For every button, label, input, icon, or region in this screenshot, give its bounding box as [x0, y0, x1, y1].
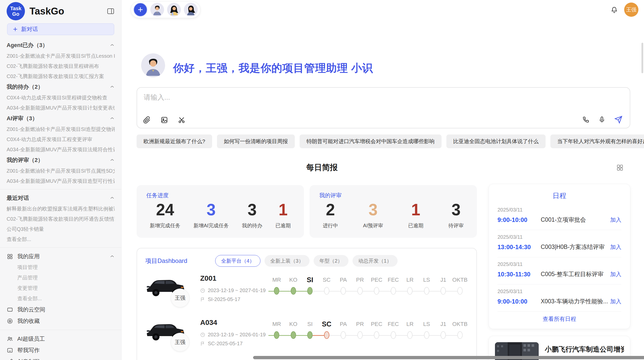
news-title: 小鹏飞行汽车制造公司增资	[545, 345, 624, 354]
paperclip-icon[interactable]	[143, 116, 151, 124]
milestone-label-si: SI	[302, 320, 318, 329]
filter-new-platform[interactable]: 全新平台（4）	[215, 255, 260, 267]
agent-avatar-1[interactable]	[150, 3, 164, 17]
filter-new-body[interactable]: 全新上装（3）	[265, 255, 310, 267]
sidebar-apps-view-all[interactable]: 查看全部...	[7, 293, 115, 304]
event-join-link[interactable]: 加入	[610, 216, 621, 224]
milestone-label-sc: SC	[318, 275, 335, 284]
chevron-up-icon	[110, 254, 115, 259]
send-icon[interactable]	[614, 115, 623, 124]
section-my-review[interactable]: 我的评审（2）	[7, 155, 115, 166]
milestone-label-mr: MR	[268, 275, 285, 284]
milestone-dot-lr	[407, 287, 413, 295]
flag-icon	[200, 341, 205, 346]
sidebar-item-favorites[interactable]: 我的收藏	[7, 315, 115, 327]
agent-avatar-3[interactable]	[184, 3, 198, 17]
phone-icon[interactable]	[582, 116, 590, 123]
chat-composer[interactable]: 请输入...	[137, 87, 630, 128]
user-avatar[interactable]: 王强	[624, 3, 638, 17]
sidebar-item-ai-super-staff[interactable]: AI超级员工	[7, 333, 115, 344]
milestone-label-pr: PR	[352, 320, 369, 329]
sidebar-task-item[interactable]: A034-全新新能源MUV产品开发项目造型可行性评审	[7, 176, 115, 186]
composer-placeholder: 请输入...	[144, 93, 170, 102]
add-agent-button[interactable]	[134, 3, 147, 17]
sidebar-task-item[interactable]: C0X4-动力总成开发项目工程变更评审	[7, 134, 115, 144]
notifications-bell-icon[interactable]	[610, 6, 618, 14]
plus-icon	[12, 26, 18, 32]
sidebar-item-product-mgmt[interactable]: 产品管理	[7, 273, 115, 283]
sidebar-task-item[interactable]: Z001-全新燃油皮卡产品开发项目SI节点Lesson Learn报告	[7, 51, 115, 61]
suggestion-chip[interactable]: 当下年轻人对汽车外观有怎样的喜好趋势	[550, 134, 644, 148]
microphone-icon[interactable]	[598, 116, 606, 123]
sidebar-item-change-mgmt[interactable]: 变更管理	[7, 283, 115, 293]
recent-view-all[interactable]: 查看全部...	[7, 234, 115, 244]
project-flag: SC-2025-05-17	[200, 341, 261, 347]
filter-powertrain[interactable]: 动总开发（1）	[353, 255, 398, 267]
schedule-view-all[interactable]: 查看所有日程	[497, 315, 621, 323]
milestone-label-lr: LR	[402, 275, 418, 284]
project-row[interactable]: 王强 Z001 2023-12-19 ~ 2027-01-19 SI-2025-…	[145, 273, 468, 311]
grid-icon	[7, 253, 13, 260]
scissors-icon[interactable]	[178, 116, 185, 124]
sidebar-task-item[interactable]: C0X4-动力总成开发项目SI里程碑提交物检查	[7, 93, 115, 103]
milestone-dot-si	[307, 287, 313, 295]
project-flag-text: SI-2025-05-17	[208, 296, 240, 302]
section-recent-chats[interactable]: 最近对话	[7, 192, 115, 204]
new-chat-button[interactable]: 新对话	[7, 23, 114, 35]
section-agent-done[interactable]: Agent已办（3）	[7, 40, 115, 51]
my-apps-label: 我的应用	[17, 253, 40, 260]
suggestion-chip[interactable]: 特朗普可能对进口汽车增税会对中国车企造成哪些影响	[300, 134, 442, 148]
milestone-dot-mr	[274, 331, 279, 339]
project-flag: SI-2025-05-17	[200, 296, 261, 302]
milestone-label-j1: J1	[435, 275, 452, 284]
sidebar-item-help-me-write[interactable]: 帮我写作	[7, 344, 115, 356]
milestone-label-pec: PEC	[368, 275, 385, 284]
stat-label: AI预评审	[363, 222, 383, 229]
stat-value: 1	[408, 201, 423, 219]
recent-chat-item[interactable]: 公司Q3轻卡销量	[7, 224, 115, 234]
sidebar-task-item[interactable]: Z001-全新燃油轻卡产品开发项目SI节点属性5D文件评审	[7, 166, 115, 176]
milestone-track: MRKOSISCPAPRPECFECLRLSJ1OKTB	[268, 273, 468, 311]
vertical-scrollbar[interactable]	[641, 43, 643, 73]
schedule-event: 2025/03/11 13:00-14:30 C003|H0B-方案冻结评审 加…	[497, 230, 621, 257]
recent-chat-item[interactable]: C02-飞腾新能源轻客改款项目的闭环通告反馈情况	[7, 214, 115, 224]
section-my-todo[interactable]: 我的待办（2）	[7, 81, 115, 93]
chevron-up-icon	[110, 116, 115, 121]
sidebar-header: Task Go TaskGo	[7, 0, 115, 22]
sidebar-task-item[interactable]: Z001-全新燃油轻卡产品开发项目SI造型提交物评审	[7, 124, 115, 134]
event-join-link[interactable]: 加入	[610, 298, 621, 305]
project-row[interactable]: 王强 A034 2023-12-19 ~ 2026-01-19 SC-2025-…	[145, 317, 468, 355]
milestone-dot-lr	[407, 331, 413, 339]
suggestion-chip[interactable]: 比亚迪全固态电池计划具体说了什么	[446, 134, 546, 148]
users-icon	[7, 336, 13, 342]
section-ai-review[interactable]: AI评审（3）	[7, 113, 115, 124]
sidebar-task-item[interactable]: A034-全新新能源MUV产品开发项目法规符合性评审	[7, 144, 115, 155]
logo-line-1: Task	[10, 6, 21, 11]
milestone-label-ls: LS	[418, 320, 435, 329]
sidebar-item-project-mgmt[interactable]: 项目管理	[7, 262, 115, 273]
section-title: AI评审（3）	[7, 115, 38, 122]
suggestion-chip[interactable]: 如何写一份清晰的项目周报	[217, 134, 295, 148]
sidebar-item-cloud-space[interactable]: 我的云空间	[7, 304, 115, 315]
horizontal-scrollbar[interactable]	[253, 356, 644, 359]
briefing-layout-icon[interactable]	[616, 164, 624, 171]
chevron-up-icon	[110, 43, 115, 48]
sidebar-task-item[interactable]: C02-飞腾新能源轻客改款项目里程碑画布	[7, 61, 115, 71]
event-join-link[interactable]: 加入	[610, 243, 621, 251]
sidebar-collapse-icon[interactable]	[107, 7, 115, 15]
project-info: Z001 2023-12-19 ~ 2027-01-19 SI-2025-05-…	[200, 273, 261, 311]
sidebar-item-my-apps[interactable]: 我的应用	[7, 251, 115, 262]
card-title: 我的评审	[319, 192, 467, 199]
sidebar-task-item[interactable]: A034-全新新能源MUV产品开发项目计划变更表编写	[7, 103, 115, 113]
event-join-link[interactable]: 加入	[610, 271, 621, 278]
recent-chat-item[interactable]: 解释最新出台的欧盟报废车法规再生塑料比例被调至15%...	[7, 204, 115, 214]
image-icon[interactable]	[160, 116, 168, 124]
milestone-dot-j1	[441, 287, 446, 295]
sidebar-item-creative-drawing[interactable]: 创意制图	[7, 356, 115, 360]
suggestion-chip[interactable]: 欧洲新规最近颁布了什么?	[137, 134, 212, 148]
filter-model-year[interactable]: 年型（2）	[314, 255, 348, 267]
assistant-avatar	[141, 53, 165, 77]
event-name: X003-车辆动力学性能验...	[541, 297, 608, 305]
sidebar-task-item[interactable]: C02-飞腾新能源轻客改款项目立项汇报方案	[7, 71, 115, 81]
agent-avatar-2[interactable]	[167, 3, 181, 17]
